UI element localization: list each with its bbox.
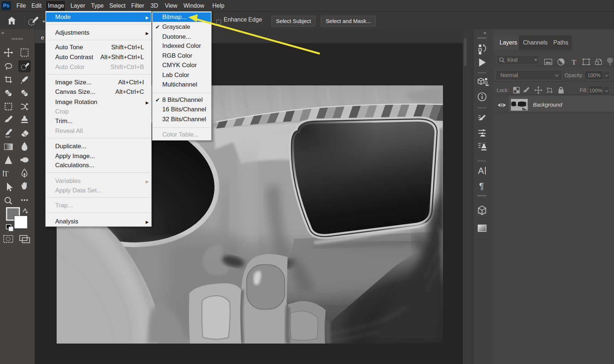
svg-text:«: « [484,30,486,35]
svg-text:¶: ¶ [479,181,484,191]
svg-text:«: « [1,30,4,35]
svg-text:T: T [572,58,576,66]
svg-text:A: A [478,166,484,176]
svg-text:T: T [4,169,9,178]
svg-text:Kind: Kind [507,57,518,63]
